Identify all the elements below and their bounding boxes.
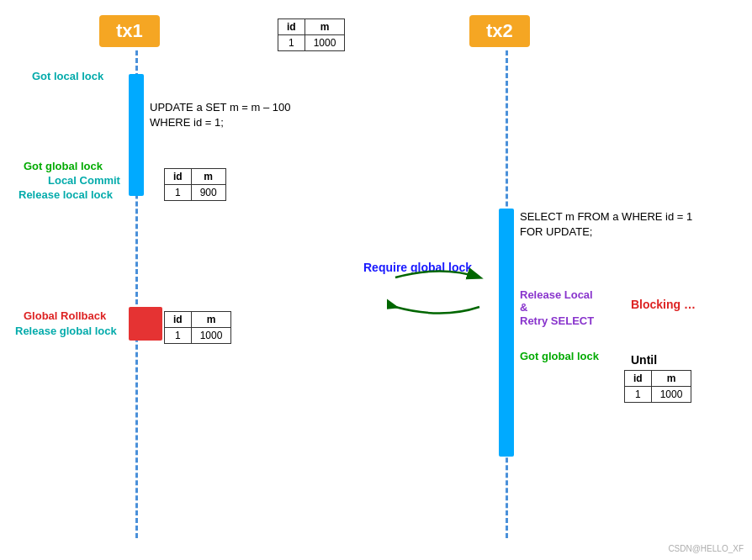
row-id: 1 xyxy=(165,328,192,344)
initial-table: id m 1 1000 xyxy=(278,18,345,51)
select-sql-1-label: SELECT m FROM a WHERE id = 1 xyxy=(520,210,692,223)
release-local-lock-label: Release local lock xyxy=(19,188,113,201)
got-local-lock-label: Got local lock xyxy=(32,70,103,82)
row-m: 1000 xyxy=(191,328,231,344)
watermark: CSDN@HELLO_XF xyxy=(668,544,744,553)
release-local-label: Release Local xyxy=(520,288,593,301)
tx2-blue-bar xyxy=(499,209,514,457)
diagram: tx1 tx2 id m 1 1000 id m 1 900 id xyxy=(0,0,752,560)
select-sql-2-label: FOR UPDATE; xyxy=(520,225,592,238)
row-id: 1 xyxy=(278,35,305,51)
local-commit-label: Local Commit xyxy=(48,174,120,187)
col-id: id xyxy=(278,19,305,35)
row-m: 1000 xyxy=(305,35,345,51)
col-id: id xyxy=(625,371,652,387)
global-rollback-label: Global Rollback xyxy=(24,309,106,322)
tx2-label: tx2 xyxy=(469,15,530,47)
release-global-lock-label: Release global lock xyxy=(15,325,117,337)
ampersand-label: & xyxy=(520,301,527,314)
col-m: m xyxy=(191,169,225,185)
tx1-blue-bar-top xyxy=(129,74,144,196)
tx1-red-bar xyxy=(129,307,162,341)
col-id: id xyxy=(165,312,192,328)
col-id: id xyxy=(165,169,192,185)
until-label: Until xyxy=(631,353,657,367)
tx1-table-900: id m 1 900 xyxy=(164,168,226,201)
row-m: 900 xyxy=(191,185,225,201)
tx1-table-1000: id m 1 1000 xyxy=(164,311,231,344)
where-sql-label: WHERE id = 1; xyxy=(150,116,224,129)
update-sql-label: UPDATE a SET m = m – 100 xyxy=(150,101,291,114)
tx1-label: tx1 xyxy=(99,15,160,47)
col-m: m xyxy=(191,312,231,328)
col-m: m xyxy=(651,371,691,387)
row-id: 1 xyxy=(165,185,192,201)
tx2-table-1000: id m 1 1000 xyxy=(624,370,691,403)
col-m: m xyxy=(305,19,345,35)
retry-select-label: Retry SELECT xyxy=(520,314,594,327)
row-m: 1000 xyxy=(651,387,691,403)
got-global-lock-label: Got global lock xyxy=(24,160,103,172)
circular-arrows-svg xyxy=(387,261,496,328)
blocking-label: Blocking … xyxy=(631,298,696,311)
got-global-lock-2-label: Got global lock xyxy=(520,350,599,362)
row-id: 1 xyxy=(625,387,652,403)
